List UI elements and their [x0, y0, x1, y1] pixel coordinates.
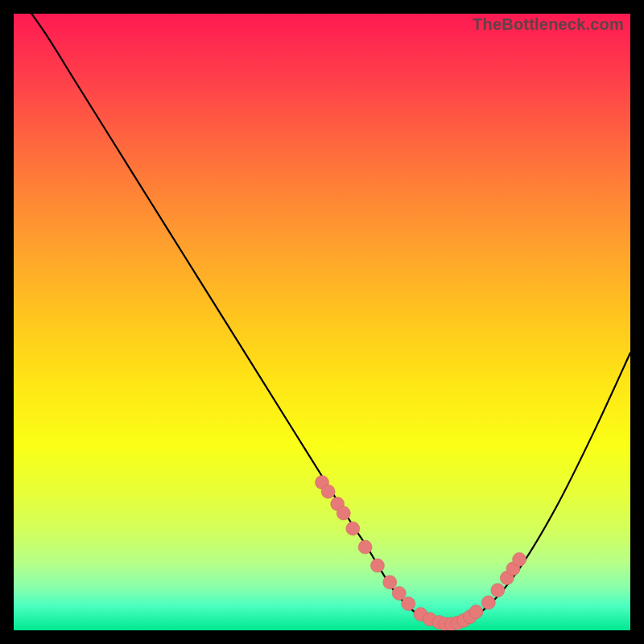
chart-svg [14, 14, 630, 630]
highlight-dot [358, 540, 372, 554]
highlight-dot [336, 506, 350, 520]
bottleneck-curve [14, 14, 630, 624]
highlight-dot [392, 587, 406, 601]
highlight-dot [513, 552, 526, 566]
highlight-dot [469, 605, 483, 619]
highlight-dot [383, 576, 397, 589]
highlight-dot [370, 559, 384, 572]
highlight-dot [491, 584, 505, 597]
chart-plot-area: TheBottleneck.com [14, 14, 630, 630]
highlight-dots-group [316, 476, 526, 630]
chart-frame: TheBottleneck.com [0, 0, 644, 644]
highlight-dot [346, 522, 360, 535]
highlight-dot [321, 485, 335, 498]
highlight-dot [481, 596, 495, 609]
highlight-dot [402, 597, 415, 611]
